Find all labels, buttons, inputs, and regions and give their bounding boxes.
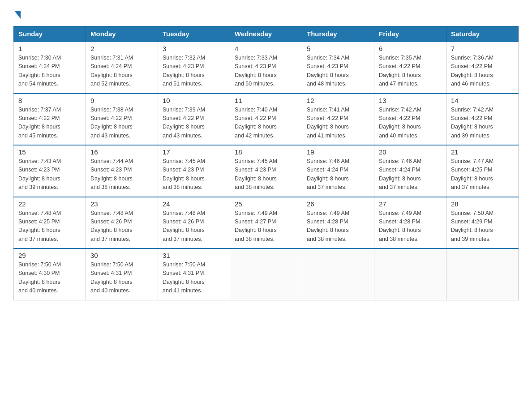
weekday-header-wednesday: Wednesday	[230, 26, 302, 42]
calendar-week-row: 29 Sunrise: 7:50 AM Sunset: 4:30 PM Dayl…	[14, 248, 519, 300]
day-number: 15	[18, 148, 81, 156]
day-info: Sunrise: 7:32 AM Sunset: 4:23 PM Dayligh…	[163, 54, 225, 89]
calendar-cell: 12 Sunrise: 7:41 AM Sunset: 4:22 PM Dayl…	[302, 94, 374, 146]
day-number: 27	[379, 200, 442, 208]
calendar-cell: 13 Sunrise: 7:42 AM Sunset: 4:22 PM Dayl…	[374, 94, 446, 146]
day-info: Sunrise: 7:41 AM Sunset: 4:22 PM Dayligh…	[307, 106, 369, 141]
day-number: 3	[163, 45, 225, 52]
day-info: Sunrise: 7:39 AM Sunset: 4:22 PM Dayligh…	[163, 106, 225, 141]
weekday-header-monday: Monday	[86, 26, 158, 42]
calendar-cell: 19 Sunrise: 7:46 AM Sunset: 4:24 PM Dayl…	[302, 145, 374, 197]
day-info: Sunrise: 7:46 AM Sunset: 4:24 PM Dayligh…	[307, 157, 369, 192]
day-number: 19	[307, 148, 369, 156]
calendar-cell: 6 Sunrise: 7:35 AM Sunset: 4:22 PM Dayli…	[374, 42, 446, 94]
day-info: Sunrise: 7:44 AM Sunset: 4:23 PM Dayligh…	[90, 157, 153, 192]
day-number: 1	[18, 45, 81, 52]
day-number: 7	[451, 45, 514, 52]
calendar-cell: 4 Sunrise: 7:33 AM Sunset: 4:23 PM Dayli…	[230, 42, 302, 94]
calendar-cell: 27 Sunrise: 7:49 AM Sunset: 4:28 PM Dayl…	[374, 197, 446, 249]
day-number: 22	[18, 200, 81, 208]
day-number: 30	[90, 252, 153, 259]
weekday-header-row: SundayMondayTuesdayWednesdayThursdayFrid…	[14, 26, 519, 42]
day-info: Sunrise: 7:50 AM Sunset: 4:30 PM Dayligh…	[18, 261, 81, 295]
calendar-cell: 22 Sunrise: 7:48 AM Sunset: 4:25 PM Dayl…	[14, 197, 86, 249]
day-info: Sunrise: 7:49 AM Sunset: 4:28 PM Dayligh…	[379, 209, 442, 244]
calendar-cell: 3 Sunrise: 7:32 AM Sunset: 4:23 PM Dayli…	[158, 42, 230, 94]
weekday-header-sunday: Sunday	[14, 26, 86, 42]
day-info: Sunrise: 7:31 AM Sunset: 4:24 PM Dayligh…	[90, 54, 153, 89]
calendar-cell: 2 Sunrise: 7:31 AM Sunset: 4:24 PM Dayli…	[86, 42, 158, 94]
calendar-cell	[374, 248, 446, 300]
calendar-cell: 29 Sunrise: 7:50 AM Sunset: 4:30 PM Dayl…	[14, 248, 86, 300]
day-info: Sunrise: 7:30 AM Sunset: 4:24 PM Dayligh…	[18, 54, 81, 89]
calendar-cell: 7 Sunrise: 7:36 AM Sunset: 4:22 PM Dayli…	[446, 42, 519, 94]
day-info: Sunrise: 7:46 AM Sunset: 4:24 PM Dayligh…	[379, 157, 442, 192]
calendar-week-row: 1 Sunrise: 7:30 AM Sunset: 4:24 PM Dayli…	[14, 42, 519, 94]
day-number: 23	[90, 200, 153, 208]
day-number: 9	[90, 97, 153, 104]
day-info: Sunrise: 7:49 AM Sunset: 4:28 PM Dayligh…	[307, 209, 369, 244]
calendar-cell: 20 Sunrise: 7:46 AM Sunset: 4:24 PM Dayl…	[374, 145, 446, 197]
day-number: 6	[379, 45, 442, 52]
calendar-week-row: 8 Sunrise: 7:37 AM Sunset: 4:22 PM Dayli…	[14, 94, 519, 146]
weekday-header-thursday: Thursday	[302, 26, 374, 42]
day-number: 5	[307, 45, 369, 52]
calendar-cell: 5 Sunrise: 7:34 AM Sunset: 4:23 PM Dayli…	[302, 42, 374, 94]
day-info: Sunrise: 7:49 AM Sunset: 4:27 PM Dayligh…	[235, 209, 297, 244]
day-info: Sunrise: 7:48 AM Sunset: 4:26 PM Dayligh…	[163, 209, 225, 244]
day-info: Sunrise: 7:37 AM Sunset: 4:22 PM Dayligh…	[18, 106, 81, 141]
calendar-cell: 16 Sunrise: 7:44 AM Sunset: 4:23 PM Dayl…	[86, 145, 158, 197]
calendar-cell: 26 Sunrise: 7:49 AM Sunset: 4:28 PM Dayl…	[302, 197, 374, 249]
calendar-cell: 30 Sunrise: 7:50 AM Sunset: 4:31 PM Dayl…	[86, 248, 158, 300]
calendar-cell: 17 Sunrise: 7:45 AM Sunset: 4:23 PM Dayl…	[158, 145, 230, 197]
page-header	[13, 9, 519, 18]
day-info: Sunrise: 7:33 AM Sunset: 4:23 PM Dayligh…	[235, 54, 297, 89]
day-number: 14	[451, 97, 514, 104]
day-number: 8	[18, 97, 81, 104]
calendar-cell: 28 Sunrise: 7:50 AM Sunset: 4:29 PM Dayl…	[446, 197, 519, 249]
calendar-cell: 8 Sunrise: 7:37 AM Sunset: 4:22 PM Dayli…	[14, 94, 86, 146]
calendar-cell: 21 Sunrise: 7:47 AM Sunset: 4:25 PM Dayl…	[446, 145, 519, 197]
day-number: 11	[235, 97, 297, 104]
day-info: Sunrise: 7:35 AM Sunset: 4:22 PM Dayligh…	[379, 54, 442, 89]
calendar-cell: 24 Sunrise: 7:48 AM Sunset: 4:26 PM Dayl…	[158, 197, 230, 249]
day-number: 24	[163, 200, 225, 208]
day-number: 21	[451, 148, 514, 156]
calendar-cell: 31 Sunrise: 7:50 AM Sunset: 4:31 PM Dayl…	[158, 248, 230, 300]
day-number: 26	[307, 200, 369, 208]
day-info: Sunrise: 7:50 AM Sunset: 4:29 PM Dayligh…	[451, 209, 514, 244]
weekday-header-friday: Friday	[374, 26, 446, 42]
day-number: 28	[451, 200, 514, 208]
day-info: Sunrise: 7:34 AM Sunset: 4:23 PM Dayligh…	[307, 54, 369, 89]
calendar-cell: 14 Sunrise: 7:42 AM Sunset: 4:22 PM Dayl…	[446, 94, 519, 146]
calendar-cell	[230, 248, 302, 300]
logo-triangle-icon	[14, 11, 21, 19]
day-info: Sunrise: 7:50 AM Sunset: 4:31 PM Dayligh…	[90, 261, 153, 295]
calendar-cell: 18 Sunrise: 7:45 AM Sunset: 4:23 PM Dayl…	[230, 145, 302, 197]
calendar-week-row: 15 Sunrise: 7:43 AM Sunset: 4:23 PM Dayl…	[14, 145, 519, 197]
calendar-week-row: 22 Sunrise: 7:48 AM Sunset: 4:25 PM Dayl…	[14, 197, 519, 249]
day-number: 20	[379, 148, 442, 156]
calendar-cell: 25 Sunrise: 7:49 AM Sunset: 4:27 PM Dayl…	[230, 197, 302, 249]
day-number: 16	[90, 148, 153, 156]
weekday-header-tuesday: Tuesday	[158, 26, 230, 42]
day-number: 25	[235, 200, 297, 208]
weekday-header-saturday: Saturday	[446, 26, 519, 42]
calendar-cell: 9 Sunrise: 7:38 AM Sunset: 4:22 PM Dayli…	[86, 94, 158, 146]
calendar-cell: 15 Sunrise: 7:43 AM Sunset: 4:23 PM Dayl…	[14, 145, 86, 197]
day-info: Sunrise: 7:43 AM Sunset: 4:23 PM Dayligh…	[18, 157, 81, 192]
day-info: Sunrise: 7:45 AM Sunset: 4:23 PM Dayligh…	[235, 157, 297, 192]
day-number: 10	[163, 97, 225, 104]
day-info: Sunrise: 7:50 AM Sunset: 4:31 PM Dayligh…	[163, 261, 225, 295]
calendar-table: SundayMondayTuesdayWednesdayThursdayFrid…	[13, 26, 519, 300]
calendar-cell: 10 Sunrise: 7:39 AM Sunset: 4:22 PM Dayl…	[158, 94, 230, 146]
day-number: 13	[379, 97, 442, 104]
calendar-cell	[302, 248, 374, 300]
day-number: 12	[307, 97, 369, 104]
day-info: Sunrise: 7:47 AM Sunset: 4:25 PM Dayligh…	[451, 157, 514, 192]
day-info: Sunrise: 7:48 AM Sunset: 4:26 PM Dayligh…	[90, 209, 153, 244]
day-info: Sunrise: 7:45 AM Sunset: 4:23 PM Dayligh…	[163, 157, 225, 192]
day-info: Sunrise: 7:42 AM Sunset: 4:22 PM Dayligh…	[379, 106, 442, 141]
calendar-cell: 1 Sunrise: 7:30 AM Sunset: 4:24 PM Dayli…	[14, 42, 86, 94]
day-info: Sunrise: 7:42 AM Sunset: 4:22 PM Dayligh…	[451, 106, 514, 141]
